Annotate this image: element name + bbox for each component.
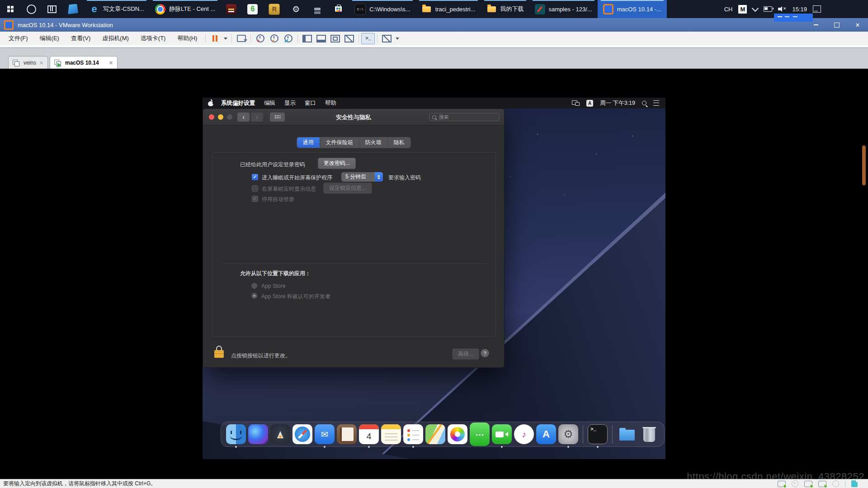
send-ctrl-alt-del-button[interactable] — [235, 33, 247, 44]
lock-icon[interactable] — [214, 346, 225, 359]
hard-disk-icon[interactable] — [778, 481, 786, 487]
hidden-icons-chevron-icon[interactable] — [752, 5, 759, 12]
task-view-button[interactable] — [42, 0, 62, 18]
tab-close-icon[interactable]: ✕ — [39, 60, 43, 66]
taskbar-app-cmd[interactable]: C:\C:\Windows\s... — [349, 0, 415, 18]
close-traffic-light[interactable] — [209, 114, 214, 120]
search-field[interactable]: 搜索 — [429, 113, 500, 121]
prefs-tab-2[interactable]: 文件保险箱 — [320, 137, 359, 148]
take-snapshot-button[interactable]: + — [254, 33, 266, 44]
input-source-icon[interactable]: A — [586, 100, 593, 107]
dock-item-siri[interactable] — [248, 424, 268, 444]
dock-item-finder[interactable] — [226, 424, 246, 444]
macos-menu-item[interactable]: 帮助 — [321, 99, 341, 107]
pause-dropdown-button[interactable] — [223, 33, 228, 44]
maximize-button[interactable] — [826, 18, 847, 32]
taskbar-app-edge[interactable]: e写文章-CSDN... — [84, 0, 150, 18]
macos-menu-item[interactable]: 编辑 — [259, 99, 280, 107]
macos-menu-item[interactable]: 窗口 — [300, 99, 321, 107]
dock-item-notes[interactable] — [381, 424, 401, 444]
cortana-button[interactable] — [21, 0, 42, 18]
ime-language-indicator[interactable]: CH — [724, 6, 733, 13]
help-button[interactable]: ? — [481, 349, 489, 357]
dock-item-mail[interactable]: ✉ — [315, 424, 335, 444]
vmware-menu-item[interactable]: 选项卡(T) — [135, 32, 172, 45]
dock-item-photos[interactable] — [448, 424, 467, 444]
dock-item-facetime[interactable] — [492, 424, 512, 444]
taskbar-app-vmware[interactable]: macOS 10.14 -... — [598, 0, 667, 18]
manage-snapshots-button[interactable] — [282, 33, 294, 44]
pause-vm-button[interactable] — [209, 33, 221, 44]
unity-mode-button[interactable] — [343, 33, 355, 44]
vmware-menu-item[interactable]: 帮助(H) — [171, 32, 203, 45]
taskbar-app-winrar[interactable]: R — [263, 0, 285, 18]
stretch-dropdown-button[interactable] — [395, 33, 400, 44]
require-password-checkbox[interactable] — [252, 174, 258, 180]
show-library-button[interactable] — [301, 33, 313, 44]
notification-center-icon[interactable] — [653, 100, 659, 106]
dock-item-terminal[interactable]: >_ — [588, 424, 608, 444]
macos-clock[interactable]: 周一 下午3:19 — [600, 99, 635, 107]
stretch-guest-button[interactable] — [381, 33, 393, 44]
dock-item-launchpad[interactable] — [270, 424, 290, 444]
action-center-icon[interactable] — [813, 5, 821, 13]
vmware-menu-item[interactable]: 虚拟机(M) — [96, 32, 135, 45]
dock-item-reminders[interactable] — [403, 424, 423, 444]
vm-console[interactable]: 系统偏好设置编辑显示窗口帮助 A 周一 下午3:19 — [0, 69, 868, 479]
tab-close-icon[interactable]: ✕ — [109, 60, 113, 66]
dock-item-safari[interactable] — [292, 424, 312, 444]
window-titlebar[interactable]: ‹ › 安全性与隐私 搜索 — [203, 109, 504, 126]
battery-icon[interactable] — [764, 6, 772, 12]
tab-macos-10-14[interactable]: macOS 10.14 ✕ — [50, 56, 118, 69]
dock-item-app-store[interactable]: A — [536, 424, 556, 444]
back-button[interactable]: ‹ — [237, 113, 250, 122]
taskbar-app-store[interactable] — [328, 0, 349, 18]
network-adapter-icon[interactable] — [804, 481, 812, 487]
macos-menu-item[interactable]: 系统偏好设置 — [217, 99, 259, 107]
dock-item-itunes[interactable]: ♪ — [514, 424, 534, 444]
usb-icon[interactable] — [832, 480, 839, 487]
taskbar-app-folder[interactable]: 我的下载 — [481, 0, 529, 18]
ime-mode-indicator[interactable]: M — [738, 5, 747, 14]
tab-veins[interactable]: veins ✕ — [8, 56, 48, 69]
show-thumbnail-bar-button[interactable] — [315, 33, 327, 44]
dock-item-contacts[interactable] — [337, 424, 357, 444]
cd-rom-icon[interactable] — [792, 480, 798, 487]
dock-item-downloads[interactable] — [617, 424, 637, 444]
macos-menu-item[interactable]: 显示 — [280, 99, 300, 107]
taskbar-clock[interactable]: 15:19 — [792, 6, 807, 13]
taskbar-app-chrome[interactable]: 静脉LTE - Cent ... — [150, 0, 221, 18]
display-mirroring-icon[interactable] — [572, 100, 580, 106]
show-all-button[interactable] — [270, 113, 285, 122]
prefs-tab-3[interactable]: 防火墙 — [359, 137, 388, 148]
taskbar-app-editor[interactable]: samples - 123/... — [529, 0, 598, 18]
vmware-menu-item[interactable]: 文件(F) — [3, 32, 34, 45]
sound-icon[interactable] — [818, 481, 826, 487]
prefs-tab-4[interactable]: 隐私 — [388, 137, 410, 148]
taskbar-app-green[interactable]: 6 — [242, 0, 263, 18]
show-console-button[interactable]: >_ — [361, 33, 375, 44]
password-delay-dropdown[interactable]: 5 分钟后 — [341, 172, 383, 182]
dock-item-trash[interactable] — [639, 424, 659, 444]
taskbar-app-notepad[interactable] — [221, 0, 242, 18]
prefs-tab-1[interactable]: 通用 — [297, 137, 320, 148]
dock-item-calendar[interactable]: 4 — [359, 424, 379, 444]
taskbar-app-server[interactable] — [307, 0, 328, 18]
fullscreen-button[interactable] — [329, 33, 341, 44]
vmware-menu-item[interactable]: 查看(V) — [65, 32, 96, 45]
revert-snapshot-button[interactable]: ◄ — [268, 33, 280, 44]
taskbar-app-folder[interactable]: traci_pedestri... — [416, 0, 481, 18]
taskbar-app-gear[interactable]: ⚙ — [285, 0, 307, 18]
taskbar-app-laptop[interactable] — [62, 0, 84, 18]
spotlight-search-icon[interactable] — [642, 101, 646, 105]
apple-menu-icon[interactable] — [208, 100, 214, 106]
message-log-icon[interactable] — [851, 480, 858, 487]
change-password-button[interactable]: 更改密码... — [318, 158, 356, 169]
dock-item-system-preferences[interactable]: ⚙ — [558, 424, 578, 444]
dock-item-maps[interactable] — [425, 424, 445, 444]
dock-item-messages[interactable]: … — [470, 424, 490, 444]
minimize-traffic-light[interactable] — [218, 114, 223, 120]
start-button[interactable] — [0, 0, 21, 18]
volume-muted-icon[interactable]: ✕ — [778, 6, 786, 12]
vmware-menu-item[interactable]: 编辑(E) — [34, 32, 65, 45]
